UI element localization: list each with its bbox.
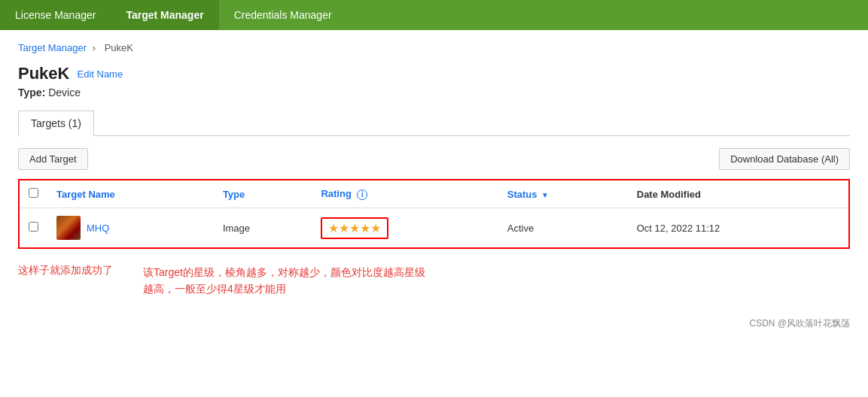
annotation-left: 这样子就添加成功了 (18, 264, 113, 298)
page-title: PukeK (18, 64, 69, 83)
top-nav: License Manager Target Manager Credentia… (0, 0, 868, 30)
edit-name-link[interactable]: Edit Name (77, 68, 123, 80)
status-sort-icon[interactable]: ▼ (541, 191, 549, 199)
footer-text: CSDN @风吹落叶花飘荡 (749, 318, 850, 329)
annotation-right: 该Target的星级，棱角越多，对称越少，颜色对比度越高星级越高，一般至少得4星… (143, 264, 425, 298)
header-checkbox-cell (19, 180, 47, 208)
nav-target-manager[interactable]: Target Manager (111, 0, 218, 30)
header-status: Status ▼ (498, 180, 628, 208)
star-3: ★ (349, 221, 360, 235)
name-cell-content: MHQ (56, 216, 205, 240)
row-date-cell: Oct 12, 2022 11:12 (628, 208, 849, 249)
page-title-area: PukeK Edit Name (18, 64, 850, 83)
target-name-link[interactable]: MHQ (87, 223, 109, 234)
rating-label: Rating (321, 188, 351, 199)
header-date-modified: Date Modified (628, 180, 849, 208)
breadcrumb-current: PukeK (105, 42, 133, 53)
table-header-row: Target Name Type Rating i Status ▼ Date … (19, 180, 849, 208)
breadcrumb-separator: › (93, 42, 96, 53)
type-key: Type: (18, 86, 45, 98)
star-4: ★ (360, 221, 370, 235)
breadcrumb: Target Manager › PukeK (18, 42, 850, 53)
row-rating-cell: ★ ★ ★ ★ ★ (312, 208, 498, 249)
target-thumbnail (56, 216, 81, 240)
row-type-cell: Image (214, 208, 312, 249)
breadcrumb-parent[interactable]: Target Manager (18, 42, 87, 53)
star-1: ★ (328, 221, 339, 235)
select-all-checkbox[interactable] (29, 188, 38, 198)
header-target-name: Target Name (47, 180, 214, 208)
table-body: MHQ Image ★ ★ ★ ★ ★ Active Oct 12, 2022 … (19, 208, 849, 249)
targets-table: Target Name Type Rating i Status ▼ Date … (18, 179, 850, 249)
table-header: Target Name Type Rating i Status ▼ Date … (19, 180, 849, 208)
star-2: ★ (339, 221, 349, 235)
nav-license-manager[interactable]: License Manager (0, 0, 111, 30)
stars-container: ★ ★ ★ ★ ★ (321, 217, 388, 239)
toolbar: Add Target Download Database (All) (18, 148, 850, 170)
row-checkbox[interactable] (29, 222, 38, 232)
row-name-cell: MHQ (47, 208, 214, 249)
header-type: Type (214, 180, 312, 208)
rating-info-icon[interactable]: i (357, 189, 367, 200)
row-status-cell: Active (498, 208, 628, 249)
footer: CSDN @风吹落叶花飘荡 (0, 310, 868, 338)
main-content: Target Manager › PukeK PukeK Edit Name T… (0, 30, 868, 310)
status-label: Status (507, 189, 538, 200)
row-checkbox-cell (19, 208, 47, 249)
tabs-container: Targets (1) (18, 111, 850, 136)
star-5: ★ (370, 221, 381, 235)
add-target-button[interactable]: Add Target (18, 148, 88, 170)
download-database-button[interactable]: Download Database (All) (719, 148, 850, 170)
header-rating: Rating i (312, 180, 498, 208)
type-value: Device (48, 86, 81, 98)
nav-credentials-manager[interactable]: Credentials Manager (219, 0, 347, 30)
type-label: Type: Device (18, 86, 850, 98)
annotation-area: 这样子就添加成功了 该Target的星级，棱角越多，对称越少，颜色对比度越高星级… (18, 264, 850, 298)
table-row: MHQ Image ★ ★ ★ ★ ★ Active Oct 12, 2022 … (19, 208, 849, 249)
tab-targets[interactable]: Targets (1) (18, 111, 94, 136)
